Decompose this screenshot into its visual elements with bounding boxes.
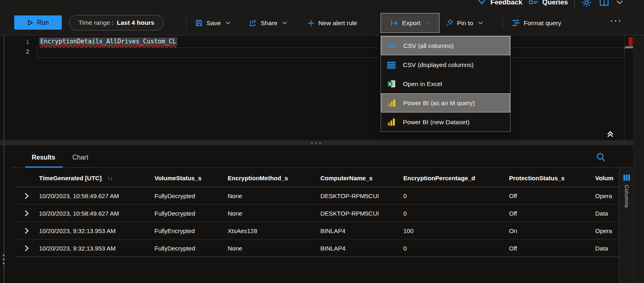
new-alert-rule-button[interactable]: New alert rule — [307, 11, 357, 35]
format-query-button[interactable]: Format query — [511, 11, 561, 35]
column-header[interactable]: ProtectionStatus_s — [509, 175, 595, 181]
columns-toggle-button[interactable] — [623, 174, 631, 181]
table-cell: Opera — [595, 227, 620, 234]
column-header[interactable]: EncryptionPercentage_d — [403, 175, 509, 181]
columns-side-pane: Columns — [619, 168, 634, 283]
query-token: EncryptionDetails_AllDrives_Custom_CL — [39, 37, 177, 46]
toolbar-divider — [186, 17, 187, 29]
export-menu-item[interactable]: Power BI (new Dataset) — [381, 112, 510, 132]
collapse-editor-button[interactable] — [606, 129, 616, 139]
column-header-label: VolumeStatus_s — [154, 175, 202, 181]
feedback-label: Feedback — [490, 0, 522, 6]
play-icon — [27, 19, 33, 26]
query-text-line[interactable]: EncryptionDetails_AllDrives_Custom_CL — [39, 38, 177, 45]
time-range-picker[interactable]: Time range : Last 4 hours — [69, 15, 164, 30]
new-alert-rule-label: New alert rule — [318, 19, 357, 27]
csv-solid-icon — [387, 61, 396, 69]
run-button[interactable]: Run — [14, 15, 62, 30]
results-panel: Results Chart TimeGenerated [UTC]↑↓Volum… — [0, 145, 644, 283]
tab-chart[interactable]: Chart — [70, 153, 91, 162]
powerbi-icon — [387, 118, 396, 126]
row-expander[interactable] — [16, 240, 39, 257]
columns-pane-label: Columns — [624, 185, 630, 208]
editor-scrollbar-thumb[interactable] — [625, 46, 633, 48]
row-expander[interactable] — [16, 187, 39, 204]
chevron-down-icon[interactable] — [616, 0, 623, 4]
menu-item-label: Power BI (new Dataset) — [403, 119, 470, 126]
queries-button[interactable]: Queries — [529, 0, 568, 6]
table-cell: 100 — [403, 227, 509, 234]
share-icon — [249, 19, 257, 27]
table-cell: Off — [509, 192, 595, 199]
search-icon — [595, 151, 607, 163]
pin-icon — [446, 19, 453, 27]
share-label: Share — [261, 19, 277, 27]
export-menu-item[interactable]: XOpen in Excel — [381, 74, 510, 93]
chevron-right-icon — [24, 227, 29, 234]
chevron-down-icon — [282, 22, 287, 25]
query-toolbar: Run Time range : Last 4 hours Save Share… — [0, 11, 644, 35]
row-expander[interactable] — [16, 222, 39, 239]
table-cell: 10/20/2023, 9:32:13.953 AM — [39, 227, 154, 234]
column-header-label: EncryptionPercentage_d — [403, 175, 475, 181]
export-label: Export — [402, 19, 420, 27]
queries-label: Queries — [542, 0, 568, 6]
table-cell: Data — [595, 245, 620, 252]
save-icon — [195, 19, 203, 27]
column-header[interactable]: EncryptionMethod_s — [228, 175, 320, 181]
format-query-label: Format query — [524, 19, 561, 27]
table-cell: 10/20/2023, 10:58:49.627 AM — [39, 210, 154, 217]
table-row[interactable]: 10/20/2023, 10:58:49.627 AMFullyDecrypte… — [16, 205, 620, 222]
export-menu-item[interactable]: CSV (displayed columns) — [381, 55, 510, 74]
docs-book-icon[interactable] — [598, 0, 610, 7]
save-button[interactable]: Save — [195, 11, 231, 35]
column-header[interactable]: ComputerName_s — [320, 175, 403, 181]
table-cell: DESKTOP-RPM5CUI — [320, 210, 403, 217]
tab-results[interactable]: Results — [29, 153, 58, 162]
pin-to-button[interactable]: Pin to — [446, 11, 483, 35]
sort-icon[interactable]: ↑↓ — [107, 175, 113, 181]
queries-icon — [529, 0, 539, 6]
table-header-row: TimeGenerated [UTC]↑↓VolumeStatus_sEncry… — [16, 169, 620, 187]
menu-item-label: CSV (displayed columns) — [403, 61, 474, 69]
more-options-button[interactable]: ··· — [607, 14, 624, 26]
column-header[interactable]: VolumeStatus_s — [154, 175, 228, 181]
row-expander[interactable] — [16, 205, 39, 222]
table-row[interactable]: 10/20/2023, 9:32:13.953 AMFullyEncrypted… — [16, 222, 620, 240]
table-row[interactable]: 10/20/2023, 9:32:13.953 AMFullyDecrypted… — [16, 240, 620, 257]
table-cell: 0 — [403, 192, 509, 199]
plus-icon — [307, 19, 315, 27]
table-cell: BINLAP4 — [320, 227, 403, 234]
feedback-button[interactable]: Feedback — [477, 0, 522, 6]
chevron-down-icon — [226, 22, 231, 25]
table-cell: DESKTOP-RPM5CUI — [320, 192, 403, 199]
search-results-button[interactable] — [595, 151, 607, 163]
export-menu-item[interactable]: Power BI (as an M query) — [381, 93, 510, 112]
right-scrollbar-strip[interactable] — [633, 35, 644, 283]
left-pane-splitter[interactable] — [4, 11, 4, 283]
share-button[interactable]: Share — [249, 11, 287, 35]
table-cell: None — [228, 192, 320, 199]
menu-item-label: Power BI (as an M query) — [403, 99, 475, 107]
column-header[interactable]: Volum — [595, 175, 620, 181]
table-cell: Off — [509, 210, 595, 217]
current-line-highlight — [37, 48, 624, 58]
column-header-label: ProtectionStatus_s — [509, 175, 565, 181]
column-header[interactable]: TimeGenerated [UTC]↑↓ — [39, 175, 154, 181]
save-label: Save — [207, 19, 221, 27]
table-cell: Data — [595, 210, 620, 217]
export-menu-item[interactable]: CSV (all columns) — [381, 36, 510, 55]
app-top-bar: Feedback Queries — [0, 0, 644, 11]
table-row[interactable]: 10/20/2023, 10:58:49.627 AMFullyDecrypte… — [16, 187, 620, 205]
table-cell: None — [228, 210, 320, 217]
menu-item-label: Open in Excel — [403, 80, 442, 88]
settings-gear-icon[interactable] — [581, 0, 592, 8]
table-cell: 10/20/2023, 10:58:49.627 AM — [39, 192, 154, 199]
left-splitter-handle-dots — [3, 255, 4, 264]
export-button[interactable]: Export — [381, 13, 439, 33]
table-cell: 0 — [403, 210, 509, 217]
table-cell: FullyDecrypted — [154, 245, 228, 252]
table-cell: Opera — [595, 192, 620, 199]
query-editor[interactable]: 1 2 EncryptionDetails_AllDrives_Custom_C… — [0, 35, 644, 140]
chevron-right-icon — [24, 192, 29, 199]
